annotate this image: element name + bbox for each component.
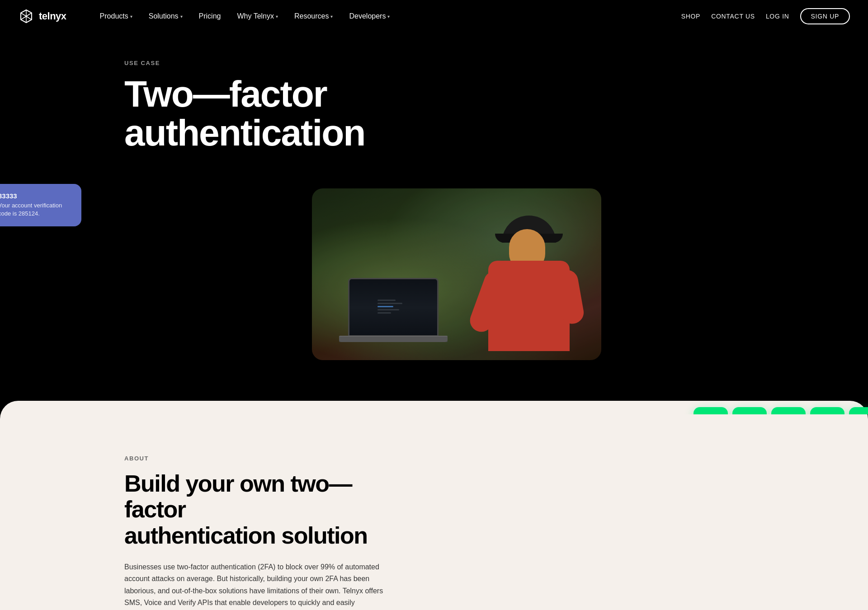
contact-us-link[interactable]: CONTACT US: [711, 13, 755, 20]
hero-section: USE CASE Two—factor authentication 33333…: [0, 33, 868, 414]
svg-rect-1: [377, 303, 402, 304]
sms-sender: 33333: [0, 192, 72, 200]
laptop-screen: [348, 278, 439, 337]
nav-link-resources[interactable]: Resources ▾: [288, 9, 339, 24]
nav-left: telnyx Products ▾ Solutions ▾ Pricing: [18, 8, 396, 24]
hero-content: USE CASE Two—factor authentication: [0, 60, 868, 152]
person-figure: [475, 216, 583, 360]
otp-digit-5: 2: [849, 407, 868, 414]
chevron-down-icon: ▾: [387, 14, 390, 19]
about-body-text: Businesses use two-factor authentication…: [124, 561, 387, 610]
logo-link[interactable]: telnyx: [18, 8, 66, 24]
hero-title: Two—factor authentication: [124, 75, 441, 152]
sms-text-area: 33333 Your account verification code is …: [0, 192, 72, 218]
svg-rect-0: [377, 300, 396, 301]
chevron-down-icon: ▾: [330, 14, 333, 19]
sms-message: Your account verification code is 285124…: [0, 202, 72, 218]
hero-photo: [312, 188, 601, 360]
nav-link-developers[interactable]: Developers ▾: [343, 9, 396, 24]
otp-digit-3: 1: [771, 407, 806, 414]
nav-right: SHOP CONTACT US LOG IN SIGN UP: [681, 8, 850, 24]
laptop-prop: [339, 274, 448, 347]
navbar: telnyx Products ▾ Solutions ▾ Pricing: [0, 0, 868, 33]
about-title: Build your own two—factor authentication…: [124, 471, 405, 549]
logo-text: telnyx: [39, 10, 66, 22]
nav-item-developers[interactable]: Developers ▾: [343, 9, 396, 24]
svg-rect-2: [377, 306, 393, 307]
chevron-down-icon: ▾: [276, 14, 278, 19]
nav-link-pricing[interactable]: Pricing: [193, 9, 227, 24]
chevron-down-icon: ▾: [180, 14, 183, 19]
nav-item-pricing[interactable]: Pricing: [193, 9, 227, 24]
telnyx-logo-icon: [18, 8, 34, 24]
laptop-screen-content: [349, 279, 437, 335]
otp-digit-1: 2: [693, 407, 728, 414]
hero-image-wrapper: 33333 Your account verification code is …: [0, 179, 868, 414]
otp-digit-4: 5: [810, 407, 844, 414]
nav-link-why-telnyx[interactable]: Why Telnyx ▾: [231, 9, 284, 24]
about-section: ABOUT Build your own two—factor authenti…: [0, 401, 868, 610]
about-label: ABOUT: [124, 455, 744, 462]
shop-link[interactable]: SHOP: [681, 13, 700, 20]
otp-digit-2: 8: [732, 407, 767, 414]
sign-up-button[interactable]: SIGN UP: [800, 8, 850, 24]
nav-item-solutions[interactable]: Solutions ▾: [142, 9, 189, 24]
nav-link-solutions[interactable]: Solutions ▾: [142, 9, 189, 24]
nav-links: Products ▾ Solutions ▾ Pricing Why Telny…: [94, 9, 396, 24]
laptop-base: [339, 337, 448, 342]
chevron-down-icon: ▾: [130, 14, 132, 19]
otp-digits-container: 2 8 1 5 2 4: [693, 407, 868, 414]
nav-item-why-telnyx[interactable]: Why Telnyx ▾: [231, 9, 284, 24]
nav-item-products[interactable]: Products ▾: [94, 9, 139, 24]
about-content: ABOUT Build your own two—factor authenti…: [0, 455, 868, 610]
svg-rect-4: [377, 312, 391, 314]
log-in-link[interactable]: LOG IN: [766, 13, 789, 20]
svg-rect-3: [377, 309, 399, 310]
code-lines-icon: [375, 296, 411, 319]
nav-link-products[interactable]: Products ▾: [94, 9, 139, 24]
nav-item-resources[interactable]: Resources ▾: [288, 9, 339, 24]
use-case-label: USE CASE: [124, 60, 868, 66]
sms-notification-bubble: 33333 Your account verification code is …: [0, 184, 81, 226]
